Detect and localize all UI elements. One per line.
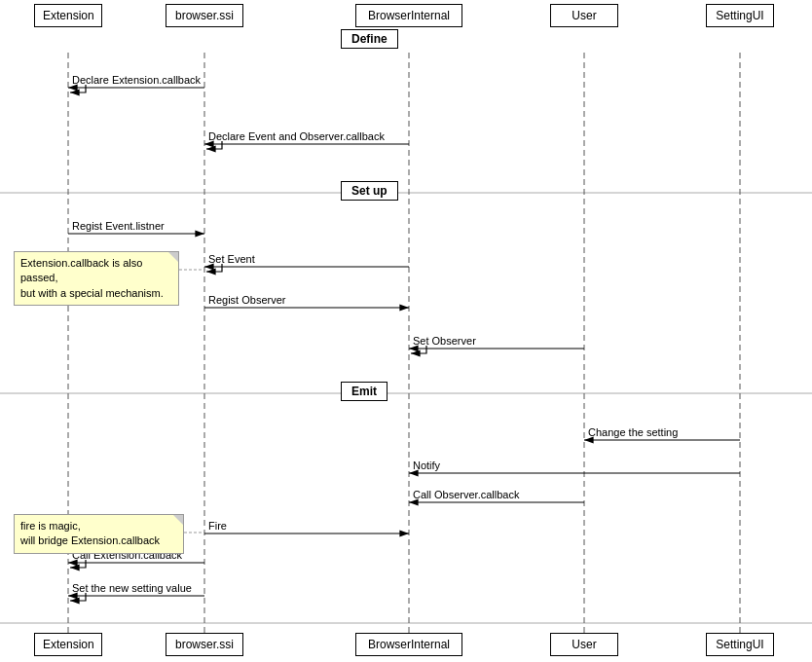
msg-label: Fire — [208, 520, 227, 532]
msg-label: Set the new setting value — [72, 582, 192, 594]
msg-label: Set Observer — [413, 335, 476, 347]
actor-top-user: User — [550, 4, 618, 27]
actor-top-browser_internal: BrowserInternal — [355, 4, 462, 27]
section-set up: Set up — [341, 181, 398, 201]
msg-label: Set Event — [208, 253, 255, 265]
sequence-diagram: Extensionbrowser.ssiBrowserInternalUserS… — [0, 0, 812, 662]
note-note1: Extension.callback is also passed,but wi… — [14, 251, 179, 306]
section-emit: Emit — [341, 382, 388, 401]
actor-bottom-extension: Extension — [34, 633, 102, 656]
actor-bottom-setting_ui: SettingUI — [706, 633, 774, 656]
actor-bottom-user: User — [550, 633, 618, 656]
actor-top-setting_ui: SettingUI — [706, 4, 774, 27]
actor-top-browser_ssi: browser.ssi — [166, 4, 243, 27]
svg-layer — [0, 0, 812, 662]
msg-label: Change the setting — [588, 426, 678, 438]
msg-label: Regist Event.listner — [72, 220, 165, 232]
section-define: Define — [341, 29, 398, 49]
msg-label: Regist Observer — [208, 294, 285, 306]
actor-bottom-browser_ssi: browser.ssi — [166, 633, 243, 656]
msg-label: Declare Extension.callback — [72, 74, 201, 86]
msg-label: Declare Event and Observer.callback — [208, 130, 385, 142]
msg-label: Notify — [413, 460, 440, 471]
actor-bottom-browser_internal: BrowserInternal — [355, 633, 462, 656]
actor-top-extension: Extension — [34, 4, 102, 27]
msg-label: Call Observer.callback — [413, 489, 519, 500]
note-note2: fire is magic,will bridge Extension.call… — [14, 514, 184, 554]
